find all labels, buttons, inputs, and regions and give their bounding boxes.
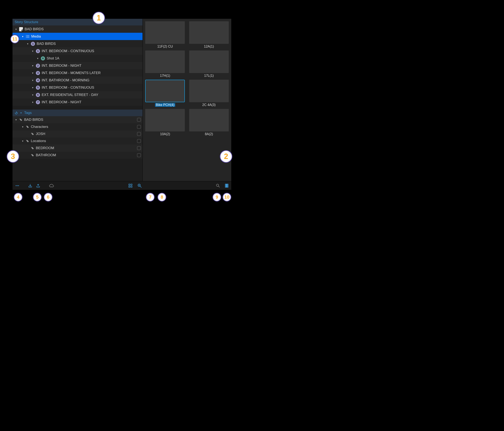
scene-label: INT. BEDROOM - NIGHT bbox=[42, 100, 143, 104]
tree-scene[interactable]: ▾ 5 INT. BEDROOM - CONTINUOUS bbox=[12, 84, 143, 91]
chevron-down-icon[interactable]: ▾ bbox=[36, 57, 39, 60]
thumbnail[interactable]: 11F(2) CU bbox=[144, 21, 186, 48]
thumbnail[interactable]: Bike PCH(4) bbox=[144, 80, 186, 107]
export-icon[interactable] bbox=[36, 183, 40, 188]
chevron-down-icon[interactable]: ▾ bbox=[15, 118, 18, 121]
cloud-icon[interactable] bbox=[49, 183, 54, 188]
tag-icon bbox=[26, 139, 29, 143]
app-window: Story Structure ▾ BAD BIRDS ▾ Media bbox=[12, 19, 231, 190]
svg-rect-29 bbox=[225, 185, 226, 186]
tag-checkbox[interactable] bbox=[137, 153, 141, 157]
svg-point-12 bbox=[31, 147, 32, 148]
thumbnail-caption: 10A(2) bbox=[159, 132, 171, 136]
project-label: BAD BIRDS bbox=[25, 27, 143, 31]
tree-scene[interactable]: ▾ 4 INT. BATHROOM - MORNING bbox=[12, 76, 143, 84]
tag-item[interactable]: BEDROOM bbox=[12, 145, 143, 152]
tag-locations[interactable]: ▾ Locations bbox=[12, 138, 143, 145]
tree-act[interactable]: ▾ 1 BAD BIRDS bbox=[12, 40, 143, 47]
scene-label: EXT. RESIDENTIAL STREET - DAY bbox=[42, 93, 143, 97]
chevron-down-icon[interactable]: ▾ bbox=[31, 50, 34, 53]
tag-label: Characters bbox=[31, 125, 135, 129]
tree-scene[interactable]: ▾ 7 INT. BEDROOM - NIGHT bbox=[12, 98, 143, 106]
svg-point-13 bbox=[31, 154, 32, 155]
story-structure-tree: ▾ BAD BIRDS ▾ Media ▾ 1 BAD BIRDS bbox=[12, 26, 143, 106]
tag-checkbox[interactable] bbox=[137, 139, 141, 143]
callout-10: 10 bbox=[223, 193, 231, 202]
tag-root[interactable]: ▾ BAD BIRDS bbox=[12, 116, 143, 123]
chevron-down-icon[interactable]: ▾ bbox=[26, 42, 29, 45]
power-icon[interactable] bbox=[15, 111, 18, 114]
chevron-down-icon[interactable]: ▾ bbox=[31, 94, 34, 96]
scene-badge: 4 bbox=[36, 78, 40, 82]
act-label: BAD BIRDS bbox=[37, 42, 143, 46]
svg-point-25 bbox=[216, 184, 219, 186]
left-column: Story Structure ▾ BAD BIRDS ▾ Media bbox=[12, 19, 143, 181]
story-structure-header[interactable]: Story Structure bbox=[12, 19, 143, 26]
tree-scene[interactable]: ▾ 6 EXT. RESIDENTIAL STREET - DAY bbox=[12, 91, 143, 98]
callout-2: 2 bbox=[220, 150, 232, 163]
svg-rect-17 bbox=[129, 184, 130, 185]
chevron-down-icon[interactable]: ▾ bbox=[31, 79, 34, 82]
chevron-down-icon[interactable]: ▾ bbox=[21, 35, 24, 38]
chevron-down-icon[interactable]: ▾ bbox=[21, 125, 24, 128]
thumbnail[interactable]: 8A(2) bbox=[188, 109, 230, 136]
thumbnail[interactable]: 2C 4A(3) bbox=[188, 80, 230, 107]
media-label: Media bbox=[31, 34, 143, 38]
tree-scene[interactable]: ▾ 2 INT. BEDROOM - NIGHT bbox=[12, 62, 143, 69]
svg-point-9 bbox=[27, 126, 27, 126]
chevron-down-icon[interactable]: ▾ bbox=[15, 28, 18, 31]
callout-4: 4 bbox=[14, 193, 23, 202]
callout-6: 6 bbox=[44, 193, 53, 202]
tag-icon bbox=[31, 146, 34, 150]
thumbnail-caption: 12A(1) bbox=[203, 45, 215, 48]
tag-item[interactable]: JOSH bbox=[12, 130, 143, 138]
thumbnail[interactable]: 17L(1) bbox=[188, 50, 230, 78]
scene-badge: 7 bbox=[36, 100, 40, 104]
thumbnail[interactable]: 12A(1) bbox=[188, 21, 230, 48]
tree-project[interactable]: ▾ BAD BIRDS bbox=[12, 26, 143, 33]
grid-view-icon[interactable] bbox=[128, 183, 133, 188]
tag-checkbox[interactable] bbox=[137, 125, 141, 129]
zoom-in-icon[interactable] bbox=[137, 183, 142, 188]
chevron-down-icon[interactable]: ▾ bbox=[31, 86, 34, 89]
scene-badge: 2 bbox=[36, 64, 40, 68]
svg-point-16 bbox=[18, 185, 19, 186]
import-icon[interactable] bbox=[28, 183, 33, 188]
tags-title: Tags bbox=[24, 111, 32, 115]
tag-checkbox[interactable] bbox=[137, 118, 141, 122]
svg-point-14 bbox=[16, 185, 17, 186]
svg-point-15 bbox=[17, 185, 18, 186]
tree-scene[interactable]: ▾ 1 INT. BEDROOM - CONTINUOUS bbox=[12, 47, 143, 55]
thumbnail-caption: Bike PCH(4) bbox=[155, 103, 175, 107]
tree-scene[interactable]: ▾ 3 INT. BEDROOM - MOMENTS LATER bbox=[12, 69, 143, 76]
svg-point-11 bbox=[27, 140, 27, 141]
thumbnail-image bbox=[145, 80, 185, 102]
tags-list: ▾ BAD BIRDS ▾ Characters bbox=[12, 116, 143, 181]
chevron-down-icon[interactable]: ▾ bbox=[31, 64, 34, 67]
tag-checkbox[interactable] bbox=[137, 132, 141, 136]
tree-shot[interactable]: ▾ A Shot 1A bbox=[12, 55, 143, 62]
callout-9: 9 bbox=[213, 193, 221, 202]
thumbnail[interactable]: 17H(1) bbox=[144, 50, 186, 78]
thumbnail-image bbox=[145, 109, 185, 131]
main-pane: Story Structure ▾ BAD BIRDS ▾ Media bbox=[12, 19, 231, 181]
thumbnail[interactable]: 10A(2) bbox=[144, 109, 186, 136]
tag-characters[interactable]: ▾ Characters bbox=[12, 123, 143, 130]
tag-item[interactable]: BATHROOM bbox=[12, 152, 143, 159]
chevron-down-icon[interactable]: ▾ bbox=[31, 101, 34, 104]
thumbnail-grid: 11F(2) CU 12A(1) 17H(1) 17L(1) Bike PCH(… bbox=[144, 21, 230, 136]
more-icon[interactable] bbox=[15, 183, 20, 188]
callout-11: 11 bbox=[10, 35, 19, 43]
search-icon[interactable] bbox=[216, 184, 220, 188]
scene-badge: 3 bbox=[36, 71, 40, 75]
chevron-down-icon[interactable]: ▾ bbox=[21, 140, 24, 142]
tree-media[interactable]: ▾ Media bbox=[12, 33, 143, 40]
svg-point-10 bbox=[31, 133, 32, 133]
svg-rect-31 bbox=[225, 187, 226, 187]
tag-checkbox[interactable] bbox=[137, 146, 141, 150]
chevron-down-icon[interactable]: ▾ bbox=[31, 72, 34, 75]
filmstrip-icon[interactable] bbox=[225, 183, 229, 188]
chevron-down-icon[interactable]: ▾ bbox=[20, 111, 23, 114]
scene-label: INT. BEDROOM - CONTINUOUS bbox=[42, 49, 143, 53]
tags-header[interactable]: ▾ Tags bbox=[12, 110, 143, 116]
